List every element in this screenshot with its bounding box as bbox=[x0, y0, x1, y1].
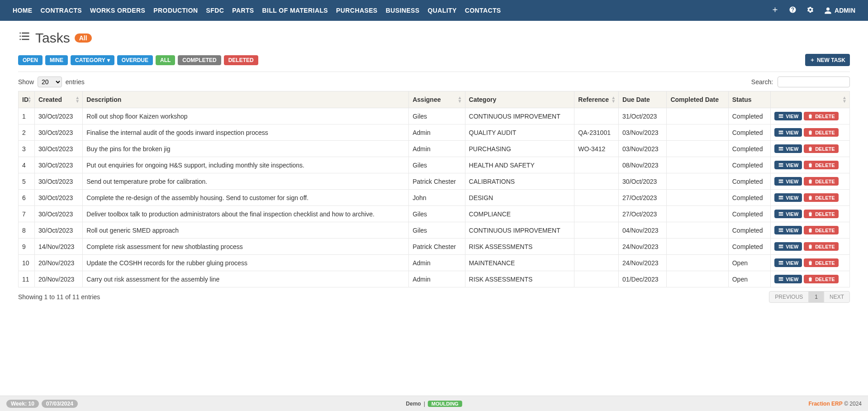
cell: Giles bbox=[409, 157, 465, 173]
col-completed-date[interactable]: Completed Date bbox=[667, 91, 728, 108]
nav-bill-of-materials[interactable]: BILL OF MATERIALS bbox=[262, 7, 328, 14]
tasks-table: ID▲▼Created▲▼DescriptionAssignee▲▼Catego… bbox=[18, 91, 850, 287]
nav-purchases[interactable]: PURCHASES bbox=[336, 7, 378, 14]
table-row: 730/Oct/2023Deliver toolbox talk to prod… bbox=[19, 206, 850, 222]
cell: Complete the re-design of the assembly h… bbox=[83, 190, 409, 206]
delete-label: DELETE bbox=[815, 211, 835, 217]
nav-parts[interactable]: PARTS bbox=[232, 7, 254, 14]
nav-business[interactable]: BUSINESS bbox=[386, 7, 420, 14]
view-button[interactable]: VIEW bbox=[774, 177, 802, 186]
cell: Completed bbox=[728, 124, 770, 141]
nav-contacts[interactable]: CONTACTS bbox=[465, 7, 501, 14]
cell bbox=[667, 141, 728, 157]
nav-home[interactable]: HOME bbox=[13, 7, 33, 14]
page-header: Tasks All bbox=[18, 30, 850, 46]
cell bbox=[574, 190, 619, 206]
actions-cell: VIEW DELETE bbox=[771, 173, 850, 190]
view-label: VIEW bbox=[786, 162, 798, 168]
cell: MAINTENANCE bbox=[465, 255, 574, 271]
view-button[interactable]: VIEW bbox=[774, 242, 802, 251]
filters-row: OPEN MINE CATEGORY ▾ OVERDUE ALL COMPLET… bbox=[18, 54, 850, 72]
gear-icon[interactable] bbox=[806, 6, 814, 15]
delete-button[interactable]: DELETE bbox=[804, 258, 838, 267]
cell: 30/Oct/2023 bbox=[34, 173, 82, 190]
pager-next[interactable]: NEXT bbox=[824, 291, 850, 303]
filter-badge: All bbox=[75, 33, 92, 43]
plus-icon[interactable] bbox=[771, 6, 779, 15]
filter-mine[interactable]: MINE bbox=[45, 55, 68, 65]
delete-button[interactable]: DELETE bbox=[804, 128, 838, 137]
delete-label: DELETE bbox=[815, 260, 835, 266]
delete-button[interactable]: DELETE bbox=[804, 210, 838, 218]
col-due-date[interactable]: Due Date bbox=[619, 91, 667, 108]
col-id[interactable]: ID▲▼ bbox=[19, 91, 35, 108]
table-row: 430/Oct/2023Put out enquiries for ongoin… bbox=[19, 157, 850, 173]
cell bbox=[574, 222, 619, 239]
cell: 11 bbox=[19, 271, 35, 287]
filter-open[interactable]: OPEN bbox=[18, 55, 43, 65]
delete-button[interactable]: DELETE bbox=[804, 193, 838, 202]
nav-works-orders[interactable]: WORKS ORDERS bbox=[90, 7, 145, 14]
view-button[interactable]: VIEW bbox=[774, 128, 802, 137]
view-button[interactable]: VIEW bbox=[774, 258, 802, 267]
cell: Giles bbox=[409, 222, 465, 239]
cell bbox=[574, 271, 619, 287]
search-input[interactable] bbox=[778, 76, 850, 87]
top-navbar: HOMECONTRACTSWORKS ORDERSPRODUCTIONSFDCP… bbox=[0, 0, 868, 21]
delete-button[interactable]: DELETE bbox=[804, 144, 838, 153]
delete-button[interactable]: DELETE bbox=[804, 161, 838, 169]
delete-button[interactable]: DELETE bbox=[804, 275, 838, 283]
cell bbox=[667, 190, 728, 206]
cell: 27/Oct/2023 bbox=[619, 190, 667, 206]
view-button[interactable]: VIEW bbox=[774, 226, 802, 234]
filter-all[interactable]: ALL bbox=[156, 55, 175, 65]
col-status[interactable]: Status bbox=[728, 91, 770, 108]
cell bbox=[667, 206, 728, 222]
pager-page-1[interactable]: 1 bbox=[809, 291, 824, 303]
col-reference[interactable]: Reference▲▼ bbox=[574, 91, 619, 108]
delete-button[interactable]: DELETE bbox=[804, 226, 838, 234]
pager-prev[interactable]: PREVIOUS bbox=[769, 291, 809, 303]
actions-cell: VIEW DELETE bbox=[771, 206, 850, 222]
cell bbox=[667, 255, 728, 271]
nav-items: HOMECONTRACTSWORKS ORDERSPRODUCTIONSFDCP… bbox=[13, 7, 501, 14]
delete-button[interactable]: DELETE bbox=[804, 112, 838, 120]
nav-quality[interactable]: QUALITY bbox=[427, 7, 456, 14]
view-button[interactable]: VIEW bbox=[774, 161, 802, 169]
view-button[interactable]: VIEW bbox=[774, 275, 802, 283]
user-menu[interactable]: ADMIN bbox=[824, 7, 855, 14]
cell: 3 bbox=[19, 141, 35, 157]
filter-deleted[interactable]: DELETED bbox=[224, 55, 258, 65]
filter-category-dropdown[interactable]: CATEGORY ▾ bbox=[71, 55, 114, 65]
nav-production[interactable]: PRODUCTION bbox=[153, 7, 198, 14]
col-actions[interactable]: ▲▼ bbox=[771, 91, 850, 108]
cell: WO-3412 bbox=[574, 141, 619, 157]
delete-button[interactable]: DELETE bbox=[804, 177, 838, 186]
view-label: VIEW bbox=[786, 244, 798, 249]
filter-overdue[interactable]: OVERDUE bbox=[117, 55, 153, 65]
new-task-button[interactable]: ＋ NEW TASK bbox=[805, 54, 850, 66]
actions-cell: VIEW DELETE bbox=[771, 255, 850, 271]
col-assignee[interactable]: Assignee▲▼ bbox=[409, 91, 465, 108]
filter-completed[interactable]: COMPLETED bbox=[178, 55, 221, 65]
cell: 30/Oct/2023 bbox=[34, 157, 82, 173]
cell: 14/Nov/2023 bbox=[34, 239, 82, 255]
nav-sfdc[interactable]: SFDC bbox=[206, 7, 224, 14]
cell: 1 bbox=[19, 108, 35, 124]
help-icon[interactable] bbox=[789, 6, 797, 15]
cell: Put out enquiries for ongoing H&S suppor… bbox=[83, 157, 409, 173]
col-category[interactable]: Category bbox=[465, 91, 574, 108]
view-button[interactable]: VIEW bbox=[774, 112, 802, 120]
view-button[interactable]: VIEW bbox=[774, 193, 802, 202]
view-label: VIEW bbox=[786, 179, 798, 184]
col-description[interactable]: Description bbox=[83, 91, 409, 108]
cell: 30/Oct/2023 bbox=[34, 108, 82, 124]
view-button[interactable]: VIEW bbox=[774, 210, 802, 218]
col-created[interactable]: Created▲▼ bbox=[34, 91, 82, 108]
view-button[interactable]: VIEW bbox=[774, 144, 802, 153]
view-label: VIEW bbox=[786, 114, 798, 119]
length-select[interactable]: 102050100 bbox=[38, 76, 62, 87]
nav-contracts[interactable]: CONTRACTS bbox=[41, 7, 82, 14]
pager: PREVIOUS 1 NEXT bbox=[769, 291, 850, 303]
delete-button[interactable]: DELETE bbox=[804, 242, 838, 251]
